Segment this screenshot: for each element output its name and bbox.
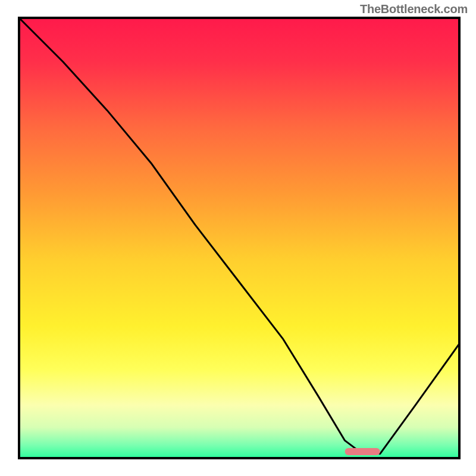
chart-frame: TheBottleneck.com	[0, 0, 476, 476]
optimal-range-marker	[345, 448, 380, 455]
chart-svg	[0, 0, 476, 476]
watermark-label: TheBottleneck.com	[360, 2, 468, 16]
plot-background	[19, 18, 459, 458]
